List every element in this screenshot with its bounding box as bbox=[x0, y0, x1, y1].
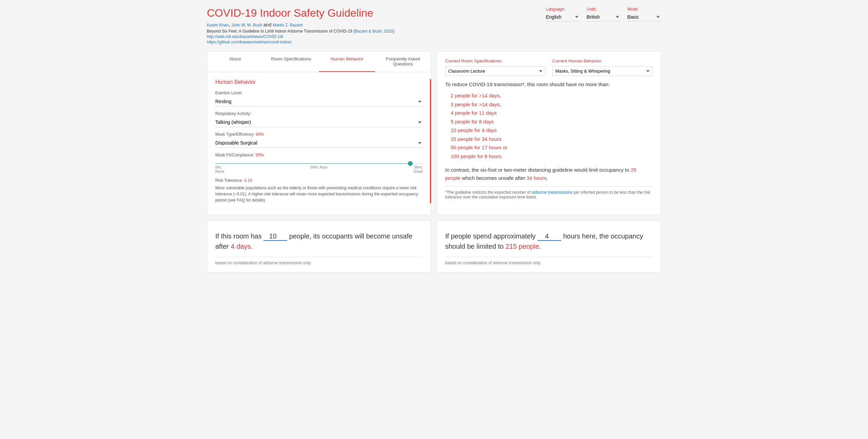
author-1-link[interactable]: Kasim Khan bbox=[207, 23, 229, 27]
links: http://web.mit.edu/bazant/www/COVID-19/ … bbox=[207, 34, 394, 44]
subtitle-link[interactable]: Bazant & Bush, 2020 bbox=[355, 29, 393, 34]
footnote-link[interactable]: airborne transmissions bbox=[532, 190, 573, 195]
slider-label-50pct: 50%: Poor bbox=[310, 165, 328, 169]
list-item: 5 people for 8 days bbox=[445, 117, 653, 126]
exertion-label: Exertion Level: bbox=[215, 91, 423, 95]
mask-type-select[interactable]: Disposable Surgical Cloth Mask N95 Respi… bbox=[215, 139, 423, 148]
top-controls: Language: English Español Français Units… bbox=[546, 7, 661, 21]
list-item: 50 people for 17 hours or bbox=[445, 143, 653, 152]
exertion-group: Exertion Level: Resting Light Exercise M… bbox=[215, 91, 423, 107]
author-2-link[interactable]: John W. M. Bush bbox=[231, 23, 262, 27]
tab-faq[interactable]: Frequently Asked Questions bbox=[375, 52, 431, 72]
respiratory-group: Respiratory Activity: Talking (whisper) … bbox=[215, 111, 423, 127]
behavior-label: Current Human Behavior: bbox=[552, 58, 653, 63]
header: COVID-19 Indoor Safety Guideline Kasim K… bbox=[207, 7, 661, 44]
list-item: 100 people for 8 hours. bbox=[445, 152, 653, 161]
risk-description: More vulnerable populations such as the … bbox=[215, 185, 423, 203]
link-2[interactable]: https://github.com/kawesomekhan/covid-in… bbox=[207, 40, 394, 44]
title-section: COVID-19 Indoor Safety Guideline Kasim K… bbox=[207, 7, 394, 44]
occupancy-input[interactable] bbox=[263, 232, 287, 241]
risk-group: Risk Tolerance: 0.10 More vulnerable pop… bbox=[215, 178, 423, 203]
tab-about[interactable]: About bbox=[207, 52, 263, 72]
bottom-right-text: If people spend approximately hours here… bbox=[445, 231, 653, 251]
list-item: 4 people for 11 days bbox=[445, 109, 653, 117]
mask-fit-label: Mask Fit/Compliance: 95% bbox=[215, 153, 423, 157]
hours-input[interactable] bbox=[537, 232, 561, 241]
slider-label-0pct: 0%: bbox=[215, 165, 224, 169]
right-card: Current Room Specifications: Classroom L… bbox=[437, 51, 661, 215]
room-spec-select[interactable]: Classroom Lecture Office Restaurant Bus … bbox=[445, 66, 546, 76]
left-card: About Room Specifications Human Behavior… bbox=[207, 51, 431, 215]
list-item: 3 people for >14 days, bbox=[445, 100, 653, 109]
bottom-right-card: If people spend approximately hours here… bbox=[437, 221, 661, 272]
left-card-body: Human Behavior Exertion Level: Resting L… bbox=[207, 72, 431, 215]
results-body: To reduce COVID-19 transmission*, this r… bbox=[437, 81, 661, 206]
contrast-highlight-2: 34 hours bbox=[527, 175, 546, 181]
slider-label-good: Good bbox=[414, 169, 423, 173]
mask-fit-group: Mask Fit/Compliance: 95% 0%: None 50%: bbox=[215, 153, 423, 173]
mode-control: Mode: Basic Advanced bbox=[627, 7, 661, 21]
behavior-control: Current Human Behavior: Masks, Sitting &… bbox=[552, 58, 653, 76]
language-select[interactable]: English Español Français bbox=[546, 13, 580, 21]
results-header: Current Room Specifications: Classroom L… bbox=[437, 52, 661, 76]
bottom-left-result: 4 days bbox=[231, 243, 251, 250]
slider-labels: 0%: None 50%: Poor 95%: Good bbox=[215, 165, 423, 173]
tab-human-behavior[interactable]: Human Behavior bbox=[319, 52, 375, 72]
units-select[interactable]: British Metric bbox=[587, 13, 620, 21]
main-grid: About Room Specifications Human Behavior… bbox=[207, 51, 661, 215]
behavior-select[interactable]: Masks, Sitting & Whispering No Masks, Si… bbox=[552, 66, 653, 76]
tab-room-specs[interactable]: Room Specifications bbox=[263, 52, 319, 72]
mask-fit-slider[interactable] bbox=[215, 163, 423, 164]
exertion-select[interactable]: Resting Light Exercise Moderate Exercise… bbox=[215, 97, 423, 107]
units-label: Units: bbox=[587, 7, 620, 12]
bottom-left-note: based on consideration of airborne trans… bbox=[215, 257, 423, 265]
mode-label: Mode: bbox=[627, 7, 661, 12]
mode-select[interactable]: Basic Advanced bbox=[627, 13, 661, 21]
authors: Kasim Khan, John W. M. Bush and Martin Z… bbox=[207, 22, 394, 27]
bottom-right-result: 215 people bbox=[506, 243, 539, 250]
contrast-text: In contrast, the six-foot or two-meter d… bbox=[445, 166, 653, 182]
results-list: 2 people for >14 days, 3 people for >14 … bbox=[445, 91, 653, 160]
bottom-left-text: If this room has people, its occupants w… bbox=[215, 231, 423, 251]
list-item: 2 people for >14 days, bbox=[445, 91, 653, 100]
slider-label-none: None bbox=[215, 169, 224, 173]
page-title: COVID-19 Indoor Safety Guideline bbox=[207, 7, 394, 19]
list-item: 10 people for 4 days bbox=[445, 126, 653, 135]
tabs: About Room Specifications Human Behavior… bbox=[207, 52, 431, 72]
language-label: Language: bbox=[546, 7, 580, 12]
respiratory-label: Respiratory Activity: bbox=[215, 111, 423, 116]
author-3-link[interactable]: Martin Z. Bazant bbox=[273, 23, 302, 27]
results-intro: To reduce COVID-19 transmission*, this r… bbox=[445, 81, 653, 87]
respiratory-select[interactable]: Talking (whisper) Talking (normal) Talki… bbox=[215, 118, 423, 127]
footnote: *The guideline restricts the expected nu… bbox=[445, 186, 653, 199]
mask-type-label: Mask Type/Efficiency: 90% bbox=[215, 132, 423, 137]
room-spec-control: Current Room Specifications: Classroom L… bbox=[445, 58, 546, 76]
mask-type-group: Mask Type/Efficiency: 90% Disposable Sur… bbox=[215, 132, 423, 148]
list-item: 25 people for 34 hours bbox=[445, 135, 653, 144]
link-1[interactable]: http://web.mit.edu/bazant/www/COVID-19/ bbox=[207, 34, 394, 39]
risk-label: Risk Tolerance: 0.10 bbox=[215, 178, 423, 183]
bottom-left-card: If this room has people, its occupants w… bbox=[207, 221, 431, 272]
slider-container: 0%: None 50%: Poor 95%: Good bbox=[215, 159, 423, 173]
subtitle: Beyond Six Feet: A Guideline to Limit In… bbox=[207, 29, 394, 34]
red-border bbox=[430, 79, 431, 203]
language-control: Language: English Español Français bbox=[546, 7, 580, 21]
left-panel-inner: Human Behavior Exertion Level: Resting L… bbox=[215, 79, 423, 203]
bottom-right-note: based on consideration of airborne trans… bbox=[445, 257, 653, 265]
units-control: Units: British Metric bbox=[587, 7, 620, 21]
room-spec-label: Current Room Specifications: bbox=[445, 58, 546, 63]
slider-label-95pct: 95%: bbox=[414, 165, 423, 169]
bottom-grid: If this room has people, its occupants w… bbox=[207, 221, 661, 272]
human-behavior-title: Human Behavior bbox=[215, 79, 423, 85]
